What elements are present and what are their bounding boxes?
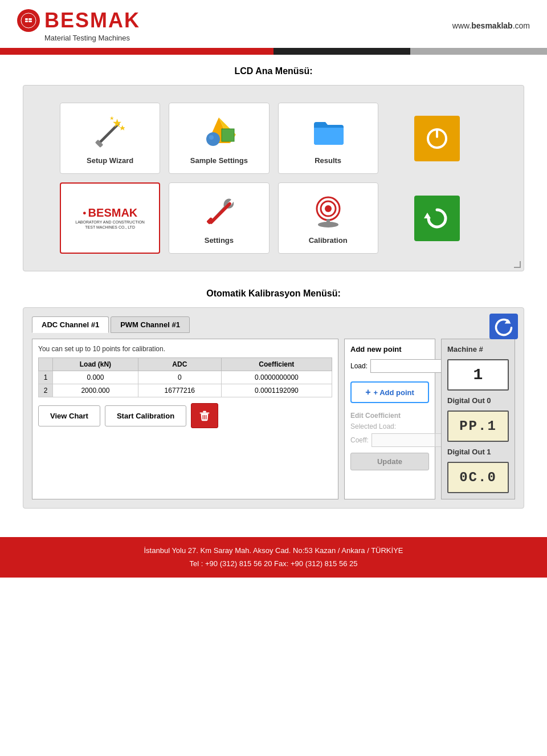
row2-coeff: 0.0001192090 bbox=[221, 384, 332, 397]
tabs-row: ADC Channel #1 PWM Channel #1 bbox=[32, 316, 515, 333]
calibration-label: Calibration bbox=[309, 236, 348, 245]
menu-item-results[interactable]: Results bbox=[278, 103, 378, 174]
svg-point-15 bbox=[209, 135, 214, 140]
results-label: Results bbox=[315, 156, 341, 165]
col-header-load: Load (kN) bbox=[53, 358, 138, 371]
add-point-title: Add new point bbox=[350, 345, 429, 353]
row2-num: 2 bbox=[39, 384, 53, 397]
col-header-coeff: Coefficient bbox=[221, 358, 332, 371]
logo-icon bbox=[17, 9, 40, 32]
lcd-menu-panel: Setup Wizard bbox=[23, 85, 524, 271]
menu-item-refresh[interactable] bbox=[387, 182, 487, 254]
svg-point-0 bbox=[21, 13, 36, 28]
load-label: Load: bbox=[350, 362, 368, 370]
menu-item-calibration[interactable]: Calibration bbox=[278, 182, 378, 254]
settings-label: Settings bbox=[205, 236, 234, 245]
add-point-button[interactable]: + + Add point bbox=[350, 381, 429, 403]
svg-rect-1 bbox=[25, 18, 28, 20]
update-button[interactable]: Update bbox=[350, 453, 429, 470]
row1-num: 1 bbox=[39, 371, 53, 384]
digital-out0-display: PP.1 bbox=[447, 410, 509, 442]
header: BESMAK Material Testing Machines www.bes… bbox=[0, 0, 547, 42]
svg-marker-8 bbox=[120, 125, 125, 130]
color-bar bbox=[0, 48, 547, 55]
lcd-menu-title: LCD Ana Menüsü: bbox=[23, 66, 524, 76]
table-row[interactable]: 2 2000.000 16777216 0.0001192090 bbox=[39, 384, 332, 397]
svg-line-5 bbox=[100, 124, 119, 143]
menu-item-settings[interactable]: Settings bbox=[169, 182, 269, 254]
wizard-icon bbox=[90, 112, 130, 152]
row1-coeff: 0.0000000000 bbox=[221, 371, 332, 384]
svg-rect-19 bbox=[206, 217, 214, 224]
menu-item-power[interactable] bbox=[387, 103, 487, 174]
row2-adc: 16777216 bbox=[138, 384, 221, 397]
coeff-label: Coeff: bbox=[350, 436, 369, 444]
table-row[interactable]: 1 0.000 0 0.0000000000 bbox=[39, 371, 332, 384]
calibration-icon bbox=[308, 192, 348, 231]
logo-subtitle: Material Testing Machines bbox=[44, 34, 140, 42]
power-icon bbox=[414, 116, 460, 161]
row2-load: 2000.000 bbox=[53, 384, 138, 397]
svg-marker-9 bbox=[109, 116, 113, 120]
start-calibration-button[interactable]: Start Calibration bbox=[105, 405, 186, 426]
svg-point-22 bbox=[325, 205, 332, 212]
svg-line-18 bbox=[211, 204, 230, 222]
menu-grid: Setup Wizard bbox=[60, 103, 487, 254]
edit-coefficient-area: Edit Coefficient Selected Load: Coeff: U… bbox=[350, 412, 429, 470]
tab-pwm-channel[interactable]: PWM Channel #1 bbox=[111, 316, 190, 333]
menu-item-besmak-logo[interactable]: ●BESMAK LABORATORY AND CONSTRUCTIONTEST … bbox=[60, 182, 160, 254]
svg-point-14 bbox=[206, 132, 220, 146]
panel-resize-handle[interactable] bbox=[514, 261, 521, 268]
settings-icon bbox=[199, 192, 239, 231]
calibration-table-area: You can set up to 10 points for calibrat… bbox=[32, 339, 338, 499]
svg-marker-25 bbox=[424, 213, 431, 218]
svg-rect-2 bbox=[25, 21, 28, 22]
svg-rect-4 bbox=[28, 21, 32, 22]
footer-line1: İstanbul Yolu 27. Km Saray Mah. Aksoy Ca… bbox=[11, 544, 536, 557]
footer-line2: Tel : +90 (312) 815 56 20 Fax: +90 (312)… bbox=[11, 557, 536, 570]
svg-rect-27 bbox=[200, 413, 210, 414]
selected-load-label: Selected Load: bbox=[350, 422, 429, 430]
setup-wizard-label: Setup Wizard bbox=[87, 156, 133, 165]
row1-load: 0.000 bbox=[53, 371, 138, 384]
sample-settings-label: Sample Settings bbox=[190, 156, 248, 165]
menu-item-setup-wizard[interactable]: Setup Wizard bbox=[60, 103, 160, 174]
machine-number-display: 1 bbox=[447, 359, 509, 391]
besmak-logo-sub: LABORATORY AND CONSTRUCTIONTEST MACHINES… bbox=[75, 220, 145, 230]
digital-out1-label: Digital Out 1 bbox=[447, 448, 509, 456]
view-chart-button[interactable]: View Chart bbox=[38, 405, 100, 426]
delete-button[interactable] bbox=[191, 403, 218, 428]
row1-adc: 0 bbox=[138, 371, 221, 384]
tab-adc-channel[interactable]: ADC Channel #1 bbox=[32, 316, 109, 333]
calibration-panel: ADC Channel #1 PWM Channel #1 You can se… bbox=[23, 307, 524, 509]
calibration-menu-title: Otomatik Kalibrasyon Menüsü: bbox=[23, 288, 524, 299]
footer: İstanbul Yolu 27. Km Saray Mah. Aksoy Ca… bbox=[0, 537, 547, 578]
besmak-logo-text: ●BESMAK bbox=[83, 206, 137, 220]
machine-display-area: Machine # 1 Digital Out 0 PP.1 Digital O… bbox=[441, 339, 515, 499]
edit-coeff-title: Edit Coefficient bbox=[350, 412, 429, 420]
results-icon bbox=[308, 112, 348, 152]
calibration-table: Load (kN) ADC Coefficient 1 0.000 0 0.00… bbox=[38, 357, 332, 397]
svg-rect-24 bbox=[326, 219, 330, 226]
digital-out1-display: 0C.0 bbox=[447, 462, 509, 493]
sample-settings-icon bbox=[199, 112, 239, 152]
add-point-plus: + bbox=[365, 387, 370, 397]
svg-rect-3 bbox=[28, 18, 32, 20]
digital-out0-label: Digital Out 0 bbox=[447, 396, 509, 405]
svg-rect-12 bbox=[222, 129, 234, 141]
load-row: Load: kN bbox=[350, 359, 429, 373]
col-header-adc: ADC bbox=[138, 358, 221, 371]
calibration-instruction: You can set up to 10 points for calibrat… bbox=[38, 345, 332, 353]
add-point-label: + Add point bbox=[373, 388, 414, 397]
menu-item-sample-settings[interactable]: Sample Settings bbox=[169, 103, 269, 174]
coeff-row: Coeff: bbox=[350, 433, 429, 447]
calibration-bottom-buttons: View Chart Start Calibration bbox=[38, 403, 332, 428]
back-button[interactable] bbox=[489, 314, 518, 339]
website: www.besmaklab.com bbox=[452, 21, 530, 30]
col-header-num bbox=[39, 358, 53, 371]
svg-rect-28 bbox=[203, 411, 206, 413]
logo-area: BESMAK Material Testing Machines bbox=[17, 9, 140, 42]
logo: BESMAK bbox=[17, 9, 140, 32]
machine-label: Machine # bbox=[447, 345, 509, 353]
refresh-icon bbox=[414, 196, 460, 241]
